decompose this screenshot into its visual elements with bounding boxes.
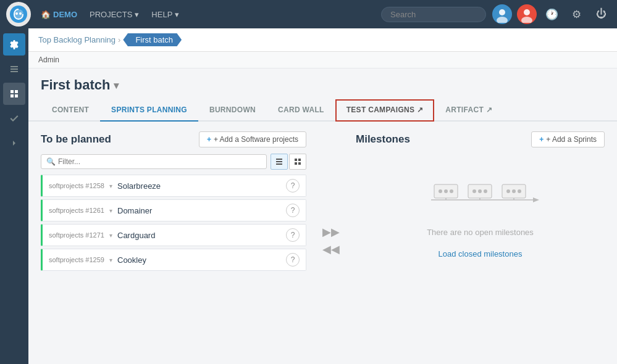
- svg-rect-19: [295, 159, 297, 161]
- plus-icon-right: +: [539, 135, 544, 144]
- list-view-button[interactable]: [271, 154, 288, 170]
- svg-rect-21: [295, 162, 297, 165]
- svg-rect-15: [15, 94, 18, 97]
- tab-sprints-planning[interactable]: SPRINTS PLANNING: [100, 99, 198, 122]
- svg-marker-24: [533, 197, 539, 202]
- arrow-panel: ▶▶ ◀◀: [319, 131, 343, 337]
- proj-dropdown-icon-2[interactable]: ▾: [109, 232, 112, 239]
- milestones-header: Milestones + + Add a Sprints: [356, 131, 605, 147]
- proj-help-btn-3[interactable]: ?: [286, 253, 300, 267]
- nav-demo-link[interactable]: 🏠 DEMO: [35, 10, 83, 19]
- proj-help-btn-1[interactable]: ?: [286, 204, 300, 217]
- proj-name-1: Domainer: [117, 206, 281, 215]
- svg-point-2: [19, 12, 22, 15]
- page-header: First batch ▾: [28, 68, 617, 93]
- tab-artifact[interactable]: ARTIFACT ↗: [434, 99, 503, 122]
- nav-help-link[interactable]: HELP ▾: [145, 0, 185, 28]
- filter-row: 🔍: [41, 154, 306, 170]
- filter-search-icon: 🔍: [46, 157, 56, 166]
- tab-card-wall[interactable]: CARD WALL: [267, 99, 335, 122]
- app-logo[interactable]: [6, 2, 31, 27]
- sidebar-item-expand[interactable]: [3, 132, 25, 154]
- svg-rect-10: [10, 68, 18, 70]
- svg-rect-22: [298, 162, 301, 165]
- proj-dropdown-icon-3[interactable]: ▾: [109, 257, 112, 263]
- breadcrumb-arrow-icon: ›: [118, 35, 120, 44]
- tab-burndown-label: BURNDOWN: [209, 105, 256, 114]
- svg-point-33: [484, 189, 487, 193]
- svg-rect-14: [10, 94, 14, 97]
- clock-icon-btn[interactable]: 🕐: [542, 4, 561, 24]
- home-icon: 🏠: [41, 10, 51, 19]
- proj-dropdown-icon-1[interactable]: ▾: [109, 207, 112, 214]
- tab-burndown[interactable]: BURNDOWN: [198, 99, 267, 122]
- proj-help-btn-2[interactable]: ?: [286, 228, 300, 242]
- nav-projects-link[interactable]: PROJECTS ▾: [83, 0, 145, 28]
- tab-content[interactable]: CONTENT: [41, 99, 100, 122]
- page-title: First batch ▾: [41, 77, 605, 93]
- load-closed-milestones-link[interactable]: Load closed milestones: [439, 249, 523, 259]
- grid-view-button[interactable]: [289, 154, 306, 170]
- power-icon-btn[interactable]: ⏻: [591, 4, 611, 24]
- proj-num-2: softprojects #1271: [49, 231, 104, 239]
- proj-name-0: Solarbreeze: [117, 181, 281, 191]
- proj-name-2: Cardguard: [117, 231, 281, 240]
- left-panel-header: To be planned + + Add a Software project…: [41, 131, 306, 147]
- page-title-text: First batch: [41, 77, 110, 93]
- tab-test-campaigns-label: TEST CAMPAIGNS ↗: [346, 105, 424, 114]
- svg-rect-16: [276, 159, 282, 160]
- proj-help-btn-0[interactable]: ?: [286, 179, 300, 192]
- sidebar-item-list[interactable]: [3, 58, 25, 80]
- breadcrumb-current: First batch: [123, 33, 182, 46]
- svg-point-4: [499, 9, 505, 15]
- svg-point-27: [444, 189, 448, 193]
- add-sprints-button[interactable]: + + Add a Sprints: [531, 131, 605, 147]
- svg-point-7: [524, 9, 530, 15]
- right-panel: Milestones + + Add a Sprints: [356, 131, 605, 337]
- svg-point-28: [450, 189, 453, 193]
- settings-icon-btn[interactable]: ⚙: [566, 4, 586, 24]
- search-input[interactable]: [381, 7, 486, 22]
- sidebar-item-settings[interactable]: [3, 33, 25, 56]
- add-software-projects-button[interactable]: + + Add a Software projects: [199, 131, 306, 147]
- proj-num-0: softprojects #1258: [49, 182, 104, 189]
- filter-input-wrap: 🔍: [41, 154, 267, 169]
- page-title-dropdown-icon[interactable]: ▾: [114, 80, 119, 91]
- projects-label: PROJECTS: [90, 10, 132, 19]
- logo-inner: [10, 6, 27, 23]
- view-toggle: [271, 154, 306, 170]
- svg-point-1: [15, 12, 18, 15]
- svg-point-37: [512, 189, 516, 193]
- milestones-title: Milestones: [356, 133, 410, 146]
- tab-card-wall-label: CARD WALL: [278, 105, 324, 114]
- svg-point-31: [472, 189, 476, 193]
- tabs-bar: CONTENT SPRINTS PLANNING BURNDOWN CARD W…: [28, 99, 617, 122]
- move-left-arrow[interactable]: ◀◀: [322, 244, 340, 255]
- breadcrumb-parent[interactable]: Top Backlog Planning: [38, 35, 115, 44]
- sidebar-item-check[interactable]: [3, 107, 25, 130]
- svg-point-32: [478, 189, 482, 193]
- svg-rect-20: [298, 159, 301, 161]
- admin-bar: Admin: [28, 52, 617, 68]
- left-panel: To be planned + + Add a Software project…: [41, 131, 306, 337]
- proj-num-1: softprojects #1261: [49, 207, 104, 214]
- admin-label: Admin: [38, 56, 59, 64]
- nav-icons: 🕐 ⚙ ⏻: [492, 4, 611, 24]
- tab-test-campaigns[interactable]: TEST CAMPAIGNS ↗: [335, 99, 435, 122]
- move-right-arrow[interactable]: ▶▶: [322, 226, 340, 238]
- sidebar-item-grid[interactable]: [3, 83, 25, 105]
- svg-point-38: [518, 189, 521, 193]
- filter-input[interactable]: [58, 157, 261, 166]
- no-milestones-text: There are no open milestones: [356, 228, 605, 237]
- search-container: [381, 7, 486, 22]
- svg-rect-11: [10, 71, 18, 72]
- to-be-planned-title: To be planned: [41, 133, 111, 146]
- content-area: To be planned + + Add a Software project…: [28, 122, 617, 347]
- milestones-svg: [419, 166, 542, 215]
- user-avatar-blue[interactable]: [492, 4, 512, 24]
- user-avatar-red[interactable]: [517, 4, 537, 24]
- proj-dropdown-icon-0[interactable]: ▾: [109, 183, 112, 189]
- breadcrumb: Top Backlog Planning › First batch: [28, 28, 617, 52]
- svg-rect-18: [276, 163, 282, 165]
- projects-chevron-icon: ▾: [135, 10, 139, 19]
